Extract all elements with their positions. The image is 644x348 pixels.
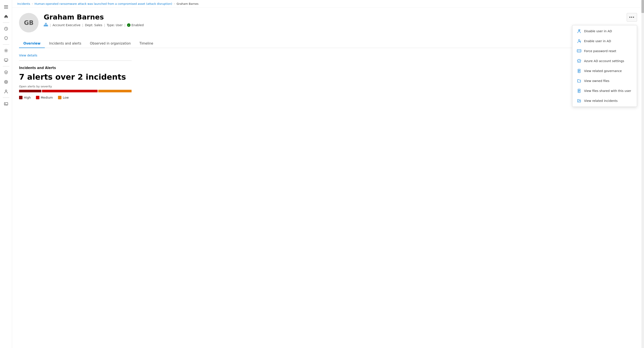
dropdown-owned-files[interactable]: View owned files	[572, 76, 637, 86]
alerts-summary: 7 alerts over 2 incidents	[19, 72, 637, 81]
force-pwd-icon	[577, 49, 582, 53]
meta-separator-2: |	[104, 23, 105, 27]
azure-ad-icon	[577, 59, 582, 63]
legend-low-label: Low	[63, 96, 69, 99]
breadcrumb-user: Graham Barnes	[176, 2, 198, 5]
incidents-section-title: Incidents and Alerts	[19, 66, 637, 70]
svg-rect-0	[4, 5, 8, 6]
meta-separator-1: |	[82, 23, 83, 27]
terminal-icon[interactable]	[2, 99, 10, 108]
devices-icon[interactable]	[2, 56, 10, 64]
user-dept: Dept: Sales	[85, 23, 102, 27]
legend-low: Low	[58, 96, 69, 99]
sidebar	[0, 0, 12, 348]
legend-dot-medium	[36, 96, 40, 99]
tab-incidents[interactable]: Incidents and alerts	[45, 39, 86, 48]
bar-medium	[42, 90, 98, 92]
breadcrumb-incidents[interactable]: Incidents	[17, 2, 30, 5]
breadcrumb-sep-1: ›	[32, 2, 33, 5]
shield-icon[interactable]	[2, 34, 10, 43]
svg-rect-14	[45, 25, 46, 26]
section-divider	[19, 60, 132, 61]
bar-high	[19, 90, 41, 92]
user-title: Account Executive	[52, 23, 80, 27]
breadcrumb-incident-name[interactable]: Human-operated ransomware attack was lau…	[34, 2, 172, 5]
svg-rect-2	[4, 8, 8, 8]
status-dot: ✓	[127, 23, 130, 27]
dropdown-azure-ad[interactable]: Azure AD account settings	[572, 56, 637, 66]
tab-observed[interactable]: Observed in organization	[86, 39, 135, 48]
meta-separator-3: |	[124, 23, 126, 27]
dropdown-governance[interactable]: View related governance	[572, 66, 637, 76]
related-incidents-icon	[577, 98, 582, 103]
legend-high: High	[19, 96, 31, 99]
svg-point-20	[579, 51, 580, 51]
main-content: Incidents › Human-operated ransomware at…	[12, 0, 644, 348]
svg-point-19	[578, 51, 578, 51]
home-icon[interactable]	[2, 12, 10, 21]
severity-bar	[19, 90, 132, 92]
severity-label: Open alerts by severity	[19, 85, 637, 88]
user-info: Graham Barnes | Account Executive	[44, 13, 637, 27]
owned-files-label: View owned files	[584, 79, 610, 83]
dropdown-related-incidents[interactable]: View related incidents	[572, 96, 637, 106]
severity-legend: High Medium Low	[19, 96, 637, 99]
shield2-icon[interactable]	[2, 68, 10, 77]
governance-label: View related governance	[584, 69, 622, 73]
tab-timeline[interactable]: Timeline	[135, 39, 158, 48]
user-header: GB Graham Barnes | Acc	[19, 13, 637, 32]
force-pwd-label: Force password reset	[584, 49, 616, 53]
sidebar-divider-2	[3, 44, 9, 44]
person-icon[interactable]	[2, 87, 10, 96]
svg-rect-5	[4, 59, 8, 61]
network-icon	[44, 23, 48, 27]
sidebar-divider-3	[3, 66, 9, 66]
enable-ad-label: Enable user in AD	[584, 39, 611, 43]
svg-point-10	[5, 90, 7, 91]
svg-point-6	[6, 72, 6, 73]
avatar: GB	[19, 13, 38, 32]
legend-medium-label: Medium	[41, 96, 53, 99]
page-content: GB Graham Barnes | Acc	[12, 8, 644, 348]
gear-icon[interactable]	[2, 46, 10, 55]
governance-icon	[577, 68, 582, 73]
scrollbar-thumb[interactable]	[642, 0, 644, 13]
more-button[interactable]: •••	[627, 13, 637, 22]
breadcrumb: Incidents › Human-operated ransomware at…	[12, 0, 644, 8]
menu-icon[interactable]	[2, 2, 10, 11]
bar-low	[98, 90, 132, 92]
dropdown-shared-files[interactable]: View files shared with this user	[572, 86, 637, 96]
dropdown-disable-ad[interactable]: Disable user in AD	[572, 26, 637, 36]
svg-point-4	[6, 50, 7, 51]
disable-ad-label: Disable user in AD	[584, 29, 612, 33]
enable-ad-icon	[577, 39, 582, 43]
azure-ad-label: Azure AD account settings	[584, 59, 624, 63]
tabs: Overview Incidents and alerts Observed i…	[19, 39, 637, 48]
dropdown-menu: Disable user in AD Enable user in AD	[572, 25, 637, 107]
scrollbar[interactable]	[642, 0, 644, 348]
svg-point-21	[580, 51, 580, 51]
dropdown-force-pwd[interactable]: Force password reset	[572, 46, 637, 56]
user-meta: | Account Executive | Dept: Sales | Type…	[44, 23, 637, 27]
svg-point-17	[578, 39, 580, 41]
legend-high-label: High	[24, 96, 31, 99]
legend-dot-high	[19, 96, 22, 99]
user-name: Graham Barnes	[44, 13, 637, 21]
status-badge: ✓ Enabled	[127, 23, 144, 27]
meta-separator-0: |	[50, 23, 51, 27]
disable-ad-icon	[577, 29, 582, 33]
view-details-link[interactable]: View details	[19, 54, 37, 57]
radar-icon[interactable]	[2, 78, 10, 86]
svg-point-9	[6, 82, 6, 82]
status-label: Enabled	[131, 23, 144, 27]
shared-files-icon	[577, 88, 582, 93]
legend-dot-low	[58, 96, 62, 99]
breadcrumb-sep-2: ›	[174, 2, 175, 5]
tab-overview[interactable]: Overview	[19, 39, 45, 48]
svg-rect-1	[4, 7, 8, 7]
legend-medium: Medium	[36, 96, 53, 99]
dropdown-enable-ad[interactable]: Enable user in AD	[572, 36, 637, 46]
related-incidents-label: View related incidents	[584, 99, 618, 102]
owned-files-icon	[577, 78, 582, 83]
clock-icon[interactable]	[2, 24, 10, 33]
